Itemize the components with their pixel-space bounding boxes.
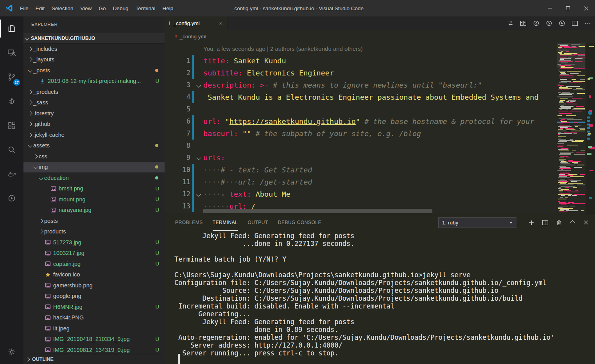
open-changes-icon[interactable] (520, 20, 527, 27)
activity-code-runner[interactable] (0, 186, 23, 210)
code-line-7[interactable]: 7baseurl: "" # the subpath of your site,… (165, 127, 595, 140)
tree-item[interactable]: _includes (23, 43, 165, 54)
code-line-3[interactable]: 3description: >- # this means to ignore … (165, 79, 595, 91)
previous-change-icon[interactable] (532, 20, 539, 27)
split-terminal-icon[interactable] (541, 219, 548, 226)
code-editor[interactable]: You, a few seconds ago | 2 authors (sank… (165, 43, 595, 214)
split-editor-icon[interactable] (571, 20, 578, 27)
tree-item[interactable]: posts (23, 215, 165, 226)
next-change-icon[interactable] (545, 20, 552, 27)
vscode-logo-icon (5, 4, 13, 13)
tree-item[interactable]: 1003217.jpgU (23, 248, 165, 259)
tree-item[interactable]: gamershub.png (23, 280, 165, 291)
tree-item[interactable]: bmsit.pngU (23, 183, 165, 194)
tree-item[interactable]: .github (23, 119, 165, 130)
activity-extensions[interactable] (0, 113, 23, 138)
line-number: 6 (165, 115, 190, 127)
activity-explorer[interactable] (0, 16, 23, 41)
breadcrumb[interactable]: ! _config.yml (165, 30, 595, 43)
run-code-icon[interactable] (558, 20, 565, 27)
minimap[interactable] (557, 43, 585, 214)
overview-ruler[interactable] (586, 43, 595, 214)
tree-item[interactable]: IMG_20190418_210334_9.jpgU (23, 334, 165, 345)
menu-terminal[interactable]: Terminal (132, 0, 159, 16)
code-line-1[interactable]: 1title: Sanket Kundu (165, 55, 595, 67)
activity-docker[interactable] (0, 162, 23, 186)
code-line-10[interactable]: 10····# - text: Get Started (165, 164, 595, 176)
tab-close-icon[interactable] (218, 21, 224, 26)
tree-item[interactable]: google.png (23, 291, 165, 302)
tree-item[interactable]: H6MNR.jpgU (23, 301, 165, 312)
menu-view[interactable]: View (77, 0, 95, 16)
panel-tab-debug-console[interactable]: DEBUG CONSOLE (278, 214, 321, 231)
tree-item-label: H6MNR.jpg (53, 304, 165, 310)
code-line-9[interactable]: 9urls: (165, 152, 595, 164)
menu-selection[interactable]: Selection (48, 0, 77, 16)
menu-debug[interactable]: Debug (109, 0, 132, 16)
panel-tab-output[interactable]: OUTPUT (247, 214, 268, 231)
tree-item[interactable]: mount.pngU (23, 194, 165, 205)
menu-edit[interactable]: Edit (32, 0, 48, 16)
tree-item[interactable]: favicon.ico (23, 269, 165, 280)
new-terminal-icon[interactable] (528, 219, 535, 226)
chevron-down-icon (38, 176, 44, 179)
close-window-button[interactable] (577, 0, 595, 16)
fold-icon[interactable] (194, 188, 203, 200)
tree-item[interactable]: _layouts (23, 54, 165, 65)
compare-changes-icon[interactable] (507, 20, 514, 27)
panel-tab-terminal[interactable]: TERMINAL (213, 214, 238, 231)
tree-item[interactable]: assets (23, 140, 165, 151)
outline-section-header[interactable]: OUTLINE (23, 354, 165, 364)
tree-item[interactable]: 2019-08-12-my-first-project-making...U (23, 76, 165, 87)
fold-icon[interactable] (194, 152, 203, 164)
panel-tab-problems[interactable]: PROBLEMS (175, 214, 203, 231)
maximize-panel-icon[interactable] (569, 219, 576, 226)
activity-search[interactable] (0, 138, 23, 162)
tree-item[interactable]: _products (23, 86, 165, 97)
tree-item[interactable]: products (23, 226, 165, 237)
fold-icon[interactable] (194, 79, 203, 91)
menu-help[interactable]: Help (159, 0, 177, 16)
tab-config-yml[interactable]: ! _config.yml (165, 16, 228, 30)
menu-file[interactable]: File (16, 0, 32, 16)
tree-item[interactable]: iit.jpeg (23, 323, 165, 334)
maximize-button[interactable] (559, 0, 577, 16)
tree-item[interactable]: .forestry (23, 108, 165, 119)
close-panel-icon[interactable] (582, 219, 590, 226)
code-line-6[interactable]: 6url: "https://sanketkundu.github.io" # … (165, 115, 595, 127)
line-number: 7 (165, 127, 190, 140)
minimize-button[interactable] (541, 0, 559, 16)
tree-item[interactable]: education (23, 172, 165, 183)
code-line-8[interactable]: 8 (165, 140, 595, 152)
tree-item[interactable]: narayana.jpgU (23, 205, 165, 216)
project-section-header[interactable]: SANKETKUNDU.GITHUB.IO (23, 33, 165, 43)
tree-item[interactable]: 517273.jpgU (23, 237, 165, 248)
tree-item[interactable]: _sass (23, 97, 165, 108)
gitlens-blame-annotation[interactable]: You, a few seconds ago | 2 authors (sank… (203, 43, 595, 55)
tree-item[interactable]: hack4r.PNG (23, 312, 165, 323)
code-line-12[interactable]: 12····- text: About Me (165, 188, 595, 200)
activity-debug[interactable] (0, 89, 23, 113)
docker-whale-icon (7, 169, 16, 179)
code-line-2[interactable]: 2subtitle: Electronics Engineer (165, 67, 595, 79)
tree-item[interactable]: img (23, 162, 165, 173)
menu-go[interactable]: Go (95, 0, 109, 16)
activity-source-control[interactable]: 27 (0, 65, 23, 89)
code-line-5[interactable]: 5 (165, 103, 595, 115)
more-actions-icon[interactable] (584, 20, 591, 27)
tree-item[interactable]: _posts (23, 65, 165, 76)
git-status-dot (155, 69, 158, 72)
tree-item[interactable]: captain.jpgU (23, 258, 165, 269)
code-text: description: >- # this means to ignore n… (203, 79, 595, 91)
code-lines: 1title: Sanket Kundu2subtitle: Electroni… (165, 55, 595, 212)
editor-horizontal-scrollbar[interactable] (203, 209, 432, 213)
terminal-output[interactable]: Jekyll Feed: Generating feed for posts .… (174, 232, 592, 364)
code-line-4[interactable]: 4 Sanket Kundu is a Electronics Engineer… (165, 91, 595, 103)
activity-remote-explorer[interactable] (0, 41, 23, 65)
tree-item[interactable]: .jekyll-cache (23, 129, 165, 140)
terminal-shell-select[interactable]: 1: ruby (438, 217, 516, 228)
tree-item[interactable]: css (23, 151, 165, 162)
code-line-11[interactable]: 11····#···url: /get-started (165, 176, 595, 188)
activity-settings[interactable] (0, 340, 23, 364)
kill-terminal-icon[interactable] (555, 219, 562, 226)
